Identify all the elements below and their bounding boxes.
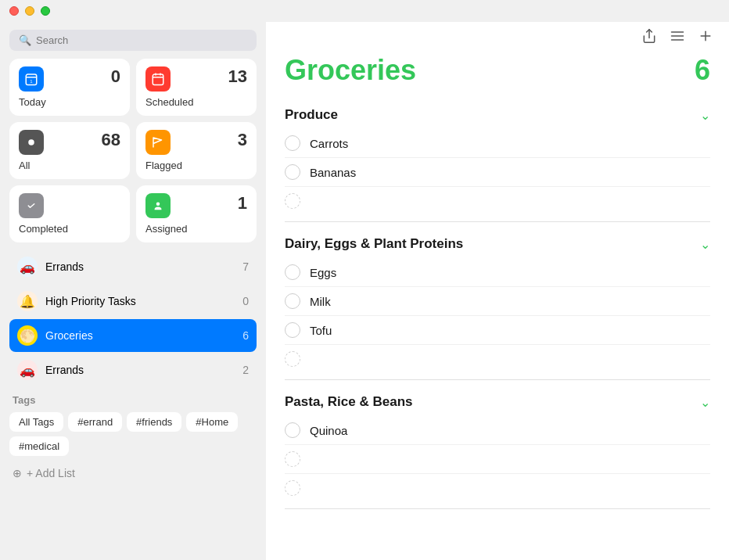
- minimize-button[interactable]: [25, 6, 34, 16]
- today-count: 0: [111, 66, 120, 87]
- flagged-count: 3: [238, 130, 247, 150]
- tofu-checkbox[interactable]: [285, 322, 300, 338]
- close-button[interactable]: [9, 6, 19, 16]
- group-produce-header[interactable]: Produce ⌄: [285, 99, 710, 129]
- smart-list-scheduled[interactable]: 13 Scheduled: [136, 59, 257, 116]
- assigned-icon: [145, 193, 171, 218]
- assigned-count: 1: [238, 193, 247, 214]
- maximize-button[interactable]: [41, 6, 50, 16]
- group-dairy-header[interactable]: Dairy, Eggs & Plant Proteins ⌄: [285, 228, 710, 258]
- group-produce-title: Produce: [285, 107, 338, 123]
- group-produce: Produce ⌄ Carrots Bananas: [285, 99, 710, 222]
- errands2-count: 2: [242, 364, 249, 376]
- tags-grid: All Tags #errand #friends #Home #medical: [9, 412, 257, 456]
- toolbar: [266, 22, 729, 54]
- add-list-label: + Add List: [27, 467, 75, 479]
- all-count: 68: [102, 130, 120, 150]
- content-scroll: Groceries 6 Produce ⌄ Carrots Bananas: [266, 54, 729, 560]
- assigned-label: Assigned: [145, 223, 187, 235]
- tags-label: Tags: [9, 394, 257, 406]
- svg-point-8: [28, 139, 34, 145]
- task-carrots: Carrots: [285, 129, 710, 158]
- tofu-label: Tofu: [310, 324, 332, 337]
- carrots-label: Carrots: [310, 137, 348, 150]
- bananas-label: Bananas: [310, 166, 356, 179]
- scheduled-icon: [145, 66, 171, 92]
- svg-point-11: [156, 203, 160, 206]
- pasta-empty1-checkbox[interactable]: [285, 451, 300, 467]
- errands2-icon: 🚗: [17, 360, 38, 380]
- high-priority-name: High Priority Tasks: [45, 295, 235, 307]
- errands2-name: Errands: [45, 364, 235, 376]
- list-item-errands2[interactable]: 🚗 Errands 2: [9, 354, 257, 386]
- tag-all-tags[interactable]: All Tags: [9, 412, 63, 432]
- carrots-checkbox[interactable]: [285, 135, 300, 151]
- task-pasta-empty1: [285, 445, 710, 474]
- list-item-groceries[interactable]: 🌕 Groceries 6: [9, 319, 257, 352]
- smart-list-flagged[interactable]: 3 Flagged: [136, 122, 257, 179]
- task-tofu: Tofu: [285, 316, 710, 345]
- group-pasta: Pasta, Rice & Beans ⌄ Quinoa: [285, 386, 710, 509]
- groceries-count: 6: [242, 329, 249, 342]
- produce-empty-checkbox[interactable]: [285, 193, 300, 209]
- high-priority-icon: 🔔: [17, 291, 38, 311]
- task-produce-empty: [285, 187, 710, 215]
- search-icon: 🔍: [19, 34, 31, 46]
- milk-label: Milk: [310, 295, 331, 308]
- group-pasta-header[interactable]: Pasta, Rice & Beans ⌄: [285, 386, 710, 416]
- group-dairy-title: Dairy, Eggs & Plant Proteins: [285, 236, 463, 252]
- tag-home[interactable]: #Home: [186, 412, 238, 432]
- today-label: Today: [19, 96, 46, 108]
- eggs-label: Eggs: [310, 266, 336, 279]
- add-task-icon[interactable]: [698, 28, 713, 48]
- pasta-chevron-icon: ⌄: [700, 395, 710, 410]
- today-icon: 1: [19, 66, 44, 92]
- lists-section: 🚗 Errands 7 🔔 High Priority Tasks 0 🌕 Gr…: [9, 250, 257, 386]
- search-bar[interactable]: 🔍: [9, 30, 257, 51]
- dairy-empty-checkbox[interactable]: [285, 351, 300, 367]
- flagged-label: Flagged: [145, 160, 182, 171]
- dairy-chevron-icon: ⌄: [700, 237, 710, 252]
- tags-section: Tags All Tags #errand #friends #Home #me…: [9, 394, 257, 456]
- high-priority-count: 0: [242, 295, 249, 307]
- tag-errand[interactable]: #errand: [68, 412, 122, 432]
- bananas-checkbox[interactable]: [285, 164, 300, 180]
- flagged-icon: [145, 130, 171, 155]
- group-pasta-title: Pasta, Rice & Beans: [285, 394, 412, 410]
- errands1-count: 7: [242, 260, 249, 273]
- task-milk: Milk: [285, 287, 710, 316]
- title-bar: [0, 0, 729, 22]
- errands1-name: Errands: [45, 260, 235, 273]
- completed-icon: [19, 193, 44, 218]
- errands1-icon: 🚗: [17, 257, 38, 277]
- milk-checkbox[interactable]: [285, 293, 300, 309]
- list-item-high-priority[interactable]: 🔔 High Priority Tasks 0: [9, 285, 257, 318]
- eggs-checkbox[interactable]: [285, 264, 300, 280]
- smart-list-today[interactable]: 0 1 Today: [9, 59, 130, 116]
- all-icon: [19, 130, 44, 155]
- page-title-row: Groceries 6: [285, 54, 710, 87]
- smart-list-completed[interactable]: Completed: [9, 185, 130, 242]
- quinoa-label: Quinoa: [310, 424, 347, 437]
- svg-text:1: 1: [30, 79, 33, 84]
- svg-rect-3: [153, 74, 163, 85]
- tag-friends[interactable]: #friends: [127, 412, 181, 432]
- share-icon[interactable]: [641, 28, 657, 48]
- list-view-icon[interactable]: [670, 28, 685, 48]
- smart-list-assigned[interactable]: 1 Assigned: [136, 185, 257, 242]
- search-input[interactable]: [36, 34, 247, 46]
- smart-list-all[interactable]: 68 All: [9, 122, 130, 179]
- smart-lists-grid: 0 1 Today 13 Scheduled 68 All: [9, 59, 257, 242]
- pasta-empty2-checkbox[interactable]: [285, 480, 300, 496]
- list-item-errands1[interactable]: 🚗 Errands 7: [9, 250, 257, 283]
- scheduled-count: 13: [228, 66, 247, 87]
- completed-label: Completed: [19, 223, 68, 235]
- content-area: Groceries 6 Produce ⌄ Carrots Bananas: [266, 22, 729, 560]
- tag-medical[interactable]: #medical: [9, 436, 69, 456]
- group-dairy: Dairy, Eggs & Plant Proteins ⌄ Eggs Milk…: [285, 228, 710, 380]
- quinoa-checkbox[interactable]: [285, 422, 300, 438]
- task-quinoa: Quinoa: [285, 416, 710, 445]
- task-dairy-empty: [285, 345, 710, 373]
- add-list-button[interactable]: ⊕ + Add List: [9, 464, 257, 483]
- main-layout: 🔍 0 1 Today 13 Scheduled: [0, 22, 729, 560]
